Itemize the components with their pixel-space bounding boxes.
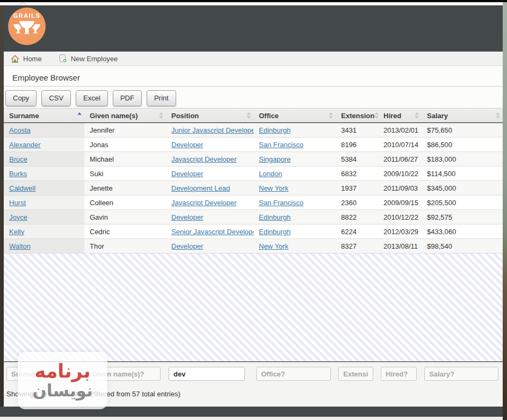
filter-input-hired[interactable] <box>381 367 417 381</box>
grails-logo-icon[interactable]: GRAILS <box>8 8 46 45</box>
pdf-button[interactable]: PDF <box>113 90 142 106</box>
cell-extension: 8822 <box>336 210 378 224</box>
position-link[interactable]: Developer <box>171 242 203 250</box>
print-button[interactable]: Print <box>147 90 176 106</box>
column-header-extension[interactable]: Extension <box>336 108 378 122</box>
position-link[interactable]: Developer <box>171 141 203 149</box>
filter-cell-surname <box>4 367 84 381</box>
filter-input-office[interactable] <box>256 367 331 381</box>
surname-link[interactable]: Caldwell <box>9 184 35 192</box>
position-link[interactable]: Developer <box>171 213 203 221</box>
filter-input-extension[interactable] <box>338 367 373 381</box>
sort-both-icon <box>247 112 251 119</box>
position-link[interactable]: Javascript Developer <box>171 199 236 207</box>
application-window: GRAILS Home New Employee <box>0 0 507 420</box>
cell-office: New York <box>253 239 336 253</box>
sort-ascending-icon <box>77 112 82 119</box>
cell-extension: 6224 <box>336 225 378 238</box>
breadcrumb-home[interactable]: Home <box>11 55 42 63</box>
cell-given: Michael <box>84 152 166 166</box>
filter-input-salary[interactable] <box>424 367 498 381</box>
cell-position: Senior Javascript Developer <box>166 225 253 238</box>
table-row: AcostaJenniferJunior Javascript Develope… <box>4 123 503 137</box>
sort-both-icon <box>329 112 333 119</box>
surname-link[interactable]: Joyce <box>9 213 27 221</box>
cell-position: Development Lead <box>166 181 253 195</box>
cell-office: Edinburgh <box>253 210 336 224</box>
cell-position: Javascript Developer <box>166 152 253 166</box>
column-label: Office <box>259 112 279 120</box>
office-link[interactable]: New York <box>259 242 288 250</box>
column-header-hired[interactable]: Hired <box>378 108 422 122</box>
surname-link[interactable]: Walton <box>9 242 31 250</box>
cell-surname: Acosta <box>4 123 84 137</box>
surname-link[interactable]: Kelly <box>9 228 24 236</box>
position-link[interactable]: Junior Javascript Developer <box>171 126 253 134</box>
cell-extension: 3431 <box>336 123 378 137</box>
cell-hired: 2010/12/22 <box>378 210 422 224</box>
office-link[interactable]: Edinburgh <box>259 126 291 134</box>
position-link[interactable]: Javascript Developer <box>171 155 236 163</box>
cell-hired: 2013/08/11 <box>378 239 422 253</box>
export-buttons-row: CopyCSVExcelPDFPrint <box>4 86 503 108</box>
cell-salary: $345,000 <box>422 181 503 195</box>
cell-extension: 8327 <box>336 239 378 253</box>
cell-extension: 6832 <box>336 166 378 180</box>
surname-link[interactable]: Burks <box>9 170 27 178</box>
column-header-office[interactable]: Office <box>253 108 336 122</box>
column-header-surname[interactable]: Surname <box>4 108 84 122</box>
surname-link[interactable]: Hurst <box>9 199 26 207</box>
table-row: BruceMichaelJavascript DeveloperSingapor… <box>4 152 503 166</box>
cell-given: Jenette <box>84 181 166 195</box>
app-header: GRAILS <box>0 5 503 52</box>
column-label: Extension <box>341 112 374 120</box>
filter-cell-position <box>166 367 253 381</box>
office-link[interactable]: London <box>259 170 282 178</box>
cell-hired: 2009/09/15 <box>378 195 422 209</box>
column-label: Given name(s) <box>90 112 138 120</box>
surname-link[interactable]: Bruce <box>9 155 27 163</box>
cell-surname: Hurst <box>4 195 84 209</box>
browser-button-remnant-icon <box>19 3 26 5</box>
column-header-position[interactable]: Position <box>166 108 253 122</box>
column-header-salary[interactable]: Salary <box>422 108 503 122</box>
cell-given: Jonas <box>84 137 166 151</box>
cell-office: San Francisco <box>253 195 336 209</box>
position-link[interactable]: Senior Javascript Developer <box>171 228 253 236</box>
cell-position: Developer <box>166 166 253 180</box>
cell-surname: Burks <box>4 166 84 180</box>
copy-button[interactable]: Copy <box>5 90 37 106</box>
cell-surname: Joyce <box>4 210 84 224</box>
cell-surname: Kelly <box>4 225 84 238</box>
filter-input-surname[interactable] <box>6 367 81 381</box>
breadcrumb-new-employee[interactable]: New Employee <box>59 54 118 63</box>
excel-button[interactable]: Excel <box>76 90 108 106</box>
position-link[interactable]: Development Lead <box>171 184 230 192</box>
office-link[interactable]: San Francisco <box>259 199 303 207</box>
csv-button[interactable]: CSV <box>41 90 71 106</box>
office-link[interactable]: San Francisco <box>259 141 303 149</box>
table-row: JoyceGavinDeveloperEdinburgh88222010/12/… <box>4 210 503 225</box>
cell-given: Jennifer <box>84 123 166 137</box>
office-link[interactable]: New York <box>259 184 288 192</box>
filter-input-position[interactable] <box>169 367 245 381</box>
desktop-right-edge <box>503 2 507 420</box>
column-header-given[interactable]: Given name(s) <box>84 108 166 122</box>
breadcrumb: Home New Employee <box>4 52 503 66</box>
office-link[interactable]: Singapore <box>259 155 291 163</box>
table-row: AlexanderJonasDeveloperSan Francisco8196… <box>4 137 503 152</box>
column-label: Salary <box>427 112 448 120</box>
breadcrumb-home-label: Home <box>23 55 42 63</box>
new-document-icon <box>59 54 67 63</box>
office-link[interactable]: Edinburgh <box>259 228 291 236</box>
table-row: CaldwellJenetteDevelopment LeadNew York1… <box>4 181 503 195</box>
office-link[interactable]: Edinburgh <box>259 213 291 221</box>
filter-cell-given <box>84 367 166 381</box>
position-link[interactable]: Developer <box>171 170 203 178</box>
column-label: Hired <box>383 112 401 120</box>
cell-position: Javascript Developer <box>166 195 253 209</box>
surname-link[interactable]: Acosta <box>9 126 31 134</box>
cell-salary: $205,500 <box>422 195 503 209</box>
surname-link[interactable]: Alexander <box>9 141 41 149</box>
filter-input-given[interactable] <box>87 367 161 381</box>
